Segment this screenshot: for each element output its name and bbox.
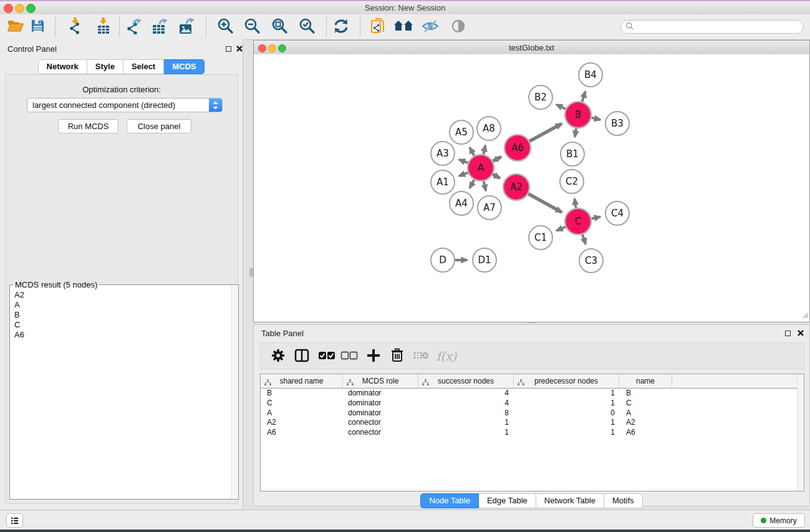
resize-grip-icon[interactable] bbox=[801, 310, 809, 321]
graph-node-B3[interactable]: B3 bbox=[605, 112, 629, 135]
mcds-result-item[interactable]: A2 bbox=[11, 290, 232, 300]
mcds-result-item[interactable]: C bbox=[11, 320, 232, 330]
table-scrollbar[interactable] bbox=[797, 374, 803, 491]
delete-column-button[interactable] bbox=[387, 346, 408, 366]
edge-B-B4[interactable] bbox=[582, 92, 586, 102]
table-row-A2[interactable]: A2connector11A2 bbox=[261, 417, 798, 427]
search-input[interactable] bbox=[636, 22, 803, 32]
clone-network-button[interactable] bbox=[368, 17, 389, 37]
import-table-button[interactable] bbox=[93, 17, 114, 37]
edge-A-A4[interactable] bbox=[470, 180, 474, 188]
table-cell[interactable]: dominator bbox=[343, 408, 418, 418]
function-builder-button[interactable]: f(x) bbox=[434, 346, 459, 366]
graph-node-A6[interactable]: A6 bbox=[504, 135, 531, 161]
edge-A-A7[interactable] bbox=[484, 181, 486, 190]
search-field[interactable] bbox=[620, 20, 804, 34]
edge-B-B1[interactable] bbox=[575, 128, 576, 137]
edge-C-C2[interactable] bbox=[574, 199, 576, 208]
table-cell[interactable]: C bbox=[261, 398, 343, 408]
hide-selected-button[interactable] bbox=[420, 17, 441, 37]
tab-network-table[interactable]: Network Table bbox=[536, 493, 604, 508]
table-cell[interactable]: B bbox=[619, 388, 672, 398]
open-session-button[interactable] bbox=[5, 17, 26, 37]
zoom-out-button[interactable] bbox=[241, 17, 263, 37]
add-column-button[interactable] bbox=[363, 346, 384, 366]
graph-node-C4[interactable]: C4 bbox=[605, 201, 629, 225]
table-cell[interactable]: A bbox=[261, 408, 343, 418]
show-all-button[interactable] bbox=[448, 17, 469, 37]
export-image-button[interactable] bbox=[176, 17, 198, 37]
close-panel-button[interactable]: Close panel bbox=[127, 119, 191, 133]
table-cell[interactable]: 1 bbox=[514, 417, 619, 427]
table-panel-close-icon[interactable] bbox=[796, 329, 804, 337]
table-cell[interactable]: 4 bbox=[418, 398, 514, 408]
memory-button[interactable]: Memory bbox=[753, 513, 805, 528]
save-session-button[interactable] bbox=[27, 17, 48, 37]
network-canvas[interactable]: AA1A2A3A4A5A6A7A8BB1B2B3B4CC1C2C3C4DD1 bbox=[254, 54, 809, 322]
tab-motifs[interactable]: Motifs bbox=[604, 493, 643, 508]
table-cell[interactable]: 1 bbox=[418, 417, 514, 427]
table-row-A[interactable]: Adominator80A bbox=[261, 408, 798, 418]
zoom-selected-button[interactable] bbox=[296, 17, 317, 37]
table-panel-float-icon[interactable] bbox=[785, 331, 791, 336]
tab-network[interactable]: Network bbox=[38, 59, 87, 74]
table-cell[interactable]: A2 bbox=[619, 417, 672, 427]
graph-node-B1[interactable]: B1 bbox=[561, 142, 584, 166]
edge-C-C1[interactable] bbox=[557, 227, 566, 231]
edge-A-A5[interactable] bbox=[470, 148, 474, 156]
table-settings-button[interactable] bbox=[268, 346, 289, 366]
graph-node-A7[interactable]: A7 bbox=[478, 196, 501, 220]
graph-node-C[interactable]: C bbox=[565, 208, 591, 235]
table-cell[interactable]: B bbox=[261, 388, 343, 398]
control-panel-float-icon[interactable] bbox=[226, 46, 231, 52]
edge-A-A6[interactable] bbox=[493, 157, 501, 161]
edge-A6-B[interactable] bbox=[529, 123, 561, 141]
table-cell[interactable]: A bbox=[619, 408, 672, 418]
edge-C-C4[interactable] bbox=[592, 217, 600, 219]
graph-node-C2[interactable]: C2 bbox=[560, 170, 584, 193]
graph-node-B2[interactable]: B2 bbox=[529, 85, 552, 109]
network-window-titlebar[interactable]: testGlobe.txt bbox=[254, 41, 809, 55]
tab-select[interactable]: Select bbox=[123, 59, 164, 74]
graph-node-D1[interactable]: D1 bbox=[473, 248, 496, 272]
graph-node-C3[interactable]: C3 bbox=[579, 249, 603, 273]
deselect-all-check-button[interactable] bbox=[339, 346, 360, 366]
edge-A-A8[interactable] bbox=[483, 145, 485, 154]
table-row-A6[interactable]: A6connector11A6 bbox=[261, 427, 798, 437]
table-row-C[interactable]: Cdominator41C bbox=[261, 398, 798, 408]
network-graph[interactable]: AA1A2A3A4A5A6A7A8BB1B2B3B4CC1C2C3C4DD1 bbox=[254, 54, 809, 322]
table-cell[interactable]: connector bbox=[343, 417, 418, 427]
edge-A-A1[interactable] bbox=[459, 173, 468, 176]
graph-node-A1[interactable]: A1 bbox=[431, 170, 455, 194]
zoom-fit-button[interactable] bbox=[269, 17, 290, 37]
table-cell[interactable]: 8 bbox=[418, 408, 514, 418]
tab-node-table[interactable]: Node Table bbox=[420, 493, 479, 508]
table-cell[interactable]: 1 bbox=[514, 398, 619, 408]
table-cell[interactable]: 1 bbox=[514, 388, 619, 398]
mcds-result-item[interactable]: B bbox=[11, 310, 232, 320]
graph-node-B[interactable]: B bbox=[565, 102, 591, 128]
export-network-button[interactable] bbox=[123, 17, 145, 37]
table-cell[interactable]: 1 bbox=[514, 427, 619, 437]
export-table-button[interactable] bbox=[150, 17, 171, 37]
zoom-in-button[interactable] bbox=[215, 17, 236, 37]
table-cell[interactable]: 4 bbox=[418, 388, 514, 398]
table-cell[interactable]: dominator bbox=[343, 398, 418, 408]
delete-table-button[interactable] bbox=[410, 346, 432, 366]
network-view-window[interactable]: testGlobe.txt AA1A2A3A4A5A6A7A8BB1B2B3B4… bbox=[253, 40, 810, 322]
table-cell[interactable]: 0 bbox=[514, 408, 619, 418]
refresh-network-button[interactable] bbox=[330, 17, 352, 37]
mcds-result-scrollbar[interactable] bbox=[231, 286, 238, 498]
table-cell[interactable]: dominator bbox=[343, 388, 418, 398]
tab-style[interactable]: Style bbox=[87, 59, 123, 74]
edge-A2-C[interactable] bbox=[528, 194, 562, 213]
table-cell[interactable]: A6 bbox=[261, 427, 343, 437]
mcds-result-item[interactable]: A6 bbox=[11, 330, 232, 340]
mcds-result-item[interactable]: A bbox=[11, 300, 232, 310]
show-columns-button[interactable] bbox=[291, 346, 312, 366]
graph-node-A[interactable]: A bbox=[468, 155, 494, 181]
table-cell[interactable]: A2 bbox=[261, 417, 343, 427]
control-panel-close-icon[interactable] bbox=[235, 45, 243, 53]
table-row-B[interactable]: Bdominator41B bbox=[261, 388, 798, 398]
main-titlebar[interactable]: Session: New Session bbox=[0, 1, 810, 15]
